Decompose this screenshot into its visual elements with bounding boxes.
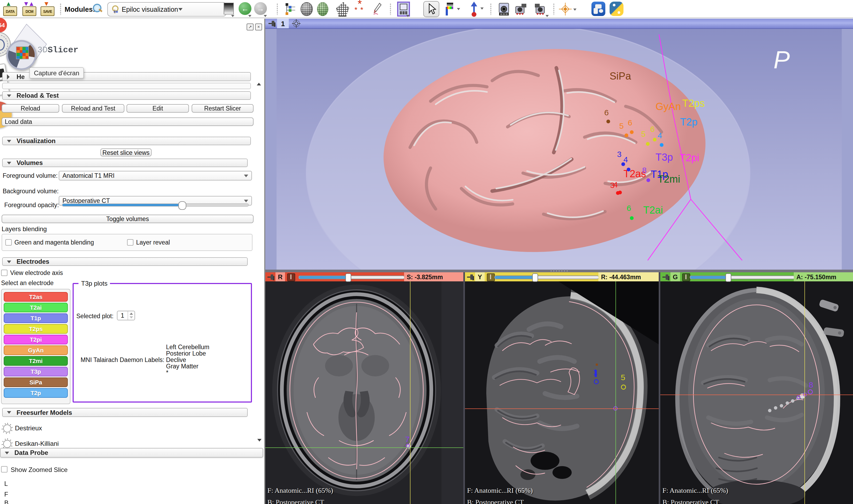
extensions-icon[interactable] bbox=[592, 2, 605, 16]
scene-views-icon[interactable] bbox=[514, 2, 528, 18]
spin-down-icon[interactable] bbox=[130, 316, 133, 319]
forward-arrow-icon[interactable]: → bbox=[254, 2, 267, 15]
electrode-button-T2ai[interactable]: T2ai bbox=[4, 303, 68, 312]
scroll-up-icon[interactable] bbox=[257, 74, 261, 83]
slice-offset-value: S: -3.825mm bbox=[404, 272, 463, 281]
section-electrodes[interactable]: Electrodes bbox=[2, 257, 248, 266]
transform-arrow-icon[interactable] bbox=[469, 1, 479, 19]
section-reload-test[interactable]: Reload & Test bbox=[2, 91, 251, 100]
wireframe-icon[interactable] bbox=[336, 2, 349, 17]
models-green-icon[interactable] bbox=[317, 2, 328, 16]
section-data-probe[interactable]: Data Probe bbox=[0, 448, 263, 457]
load-data-button[interactable]: Load data bbox=[2, 118, 254, 126]
foreground-opacity-slider[interactable] bbox=[62, 203, 249, 206]
dcm-icon[interactable]: ▼ ▲ DCM bbox=[22, 2, 36, 16]
freesurfer-item-destrieux[interactable]: Destrieux bbox=[15, 425, 42, 432]
module-panel: 54 3DSlicer ↗ × He bbox=[0, 19, 265, 504]
reset-slice-views-button[interactable]: Reset slice views bbox=[101, 148, 151, 157]
electrode-button-T2pi[interactable]: T2pi bbox=[4, 335, 68, 344]
center-view-icon[interactable] bbox=[292, 19, 301, 30]
freesurfer-item-desikan[interactable]: Desikan-Killiani bbox=[15, 440, 59, 447]
collapse-icon bbox=[7, 94, 11, 97]
electrode-button-T2p[interactable]: T2p bbox=[4, 388, 68, 398]
foreground-overlay-text: F: Anatomic...RI (65%) bbox=[663, 486, 728, 495]
foreground-volume-select[interactable]: Anatomical T1 MRI bbox=[59, 171, 252, 180]
annotation-pen-icon[interactable] bbox=[371, 2, 384, 18]
save-icon[interactable]: ▼ SAVE bbox=[40, 2, 54, 16]
slice-plane-icon[interactable] bbox=[487, 273, 495, 281]
mni-label-line: * bbox=[166, 370, 209, 376]
slice-slider[interactable] bbox=[298, 275, 405, 279]
python-icon[interactable] bbox=[610, 2, 623, 16]
module-search-icon[interactable] bbox=[93, 4, 102, 12]
background-overlay-text: B: Postoperative CT bbox=[663, 498, 719, 504]
slice-view-yellow-sagittal[interactable]: 51 F: Anatomic...RI (65%) B: Postoperati… bbox=[465, 272, 659, 504]
collapse-icon bbox=[7, 162, 11, 164]
splitter-handle[interactable] bbox=[265, 270, 853, 272]
panel-float-icon[interactable]: ↗ bbox=[247, 23, 254, 31]
layout-icon[interactable] bbox=[397, 2, 410, 17]
edit-button[interactable]: Edit bbox=[127, 104, 189, 113]
pin-icon[interactable] bbox=[467, 274, 474, 280]
show-zoomed-slice-label: Show Zoomed Slice bbox=[11, 466, 68, 473]
electrode-button-GyAn[interactable]: GyAn bbox=[4, 345, 68, 355]
panel-close-icon[interactable]: × bbox=[255, 23, 262, 31]
section-visualization[interactable]: Visualization bbox=[2, 137, 251, 145]
electrode-button-T2ps[interactable]: T2ps bbox=[4, 324, 68, 334]
models-gray-icon[interactable] bbox=[301, 2, 313, 16]
view-3d-titlebar[interactable]: 1 bbox=[265, 19, 853, 29]
slice-plane-icon[interactable] bbox=[287, 273, 295, 281]
toggle-volumes-button[interactable]: Toggle volumes bbox=[2, 215, 254, 223]
collapse-icon bbox=[7, 411, 11, 414]
background-overlay-text: B: Postoperative CT bbox=[268, 498, 324, 504]
module-select-value: Epiloc visualization bbox=[122, 6, 178, 13]
crosshair-vertical bbox=[804, 281, 805, 504]
electrode-button-T3p[interactable]: T3p bbox=[4, 367, 68, 376]
slice-slider[interactable] bbox=[690, 275, 795, 279]
slice-view-green-coronal[interactable]: 8 F: Anatomic...RI (65%) B: Postoperativ… bbox=[660, 272, 853, 504]
slice-view-red-axial[interactable]: 7 F: Anatomic...RI (65%) B: Postoperativ… bbox=[265, 272, 463, 504]
mouse-pointer-icon[interactable] bbox=[423, 1, 439, 17]
slice-slider-handle[interactable] bbox=[725, 273, 731, 282]
slice-slider[interactable] bbox=[494, 275, 599, 279]
view-electrode-axis-checkbox[interactable] bbox=[1, 270, 7, 276]
section-volumes[interactable]: Volumes bbox=[2, 159, 248, 167]
green-magenta-checkbox[interactable] bbox=[5, 239, 12, 246]
view-3d[interactable]: 1 P SiPaGyAnT2psT2pT3pT2piT2asT1pT2miT2a… bbox=[265, 19, 853, 270]
opacity-slider-handle[interactable] bbox=[178, 201, 186, 210]
pin-icon[interactable] bbox=[663, 274, 670, 280]
crosshair-vertical bbox=[410, 281, 411, 504]
slice-bar-green[interactable]: G A: -75.150mm bbox=[660, 272, 853, 281]
slice-slider-handle[interactable] bbox=[532, 273, 538, 282]
slice-plane-icon[interactable] bbox=[682, 273, 690, 281]
fiducials-icon[interactable]: * * * bbox=[355, 1, 367, 16]
colors-icon[interactable] bbox=[444, 2, 456, 18]
subject-hierarchy-icon[interactable] bbox=[285, 3, 296, 18]
show-zoomed-slice-checkbox[interactable] bbox=[1, 466, 7, 472]
back-arrow-icon[interactable]: ← bbox=[239, 2, 251, 15]
slice-letter: R bbox=[275, 272, 285, 281]
pin-icon[interactable] bbox=[268, 274, 275, 280]
slice-bar-red[interactable]: R S: -3.825mm bbox=[265, 272, 463, 281]
reload-button[interactable]: Reload bbox=[2, 104, 59, 113]
electrode-button-T1p[interactable]: T1p bbox=[4, 313, 68, 323]
chevron-down-icon bbox=[480, 7, 484, 10]
scene-capture-icon[interactable] bbox=[533, 2, 547, 18]
slice-bar-yellow[interactable]: Y R: -44.463mm bbox=[465, 272, 659, 281]
screenshot-icon[interactable] bbox=[498, 2, 511, 18]
layer-reveal-checkbox[interactable] bbox=[127, 239, 133, 246]
selected-plot-spinbox[interactable]: 1 bbox=[117, 311, 135, 320]
restart-slicer-button[interactable]: Restart Slicer bbox=[192, 104, 254, 113]
spin-up-icon[interactable] bbox=[130, 312, 133, 315]
section-freesurfer[interactable]: Freesurfer Models bbox=[2, 408, 248, 417]
electrode-button-T2mi[interactable]: T2mi bbox=[4, 356, 68, 366]
slice-slider-handle[interactable] bbox=[345, 273, 351, 282]
crosshair-icon[interactable] bbox=[558, 2, 572, 18]
data-icon[interactable]: ▲ DATA bbox=[3, 2, 17, 16]
reload-and-test-button[interactable]: Reload and Test bbox=[62, 104, 124, 113]
window-level-icon[interactable] bbox=[224, 3, 234, 14]
electrode-button-SiPa[interactable]: SiPa bbox=[4, 377, 68, 387]
electrode-button-T2as[interactable]: T2as bbox=[4, 292, 68, 302]
pin-icon[interactable] bbox=[269, 20, 276, 27]
module-select[interactable]: KM Epiloc visualization bbox=[107, 2, 226, 17]
